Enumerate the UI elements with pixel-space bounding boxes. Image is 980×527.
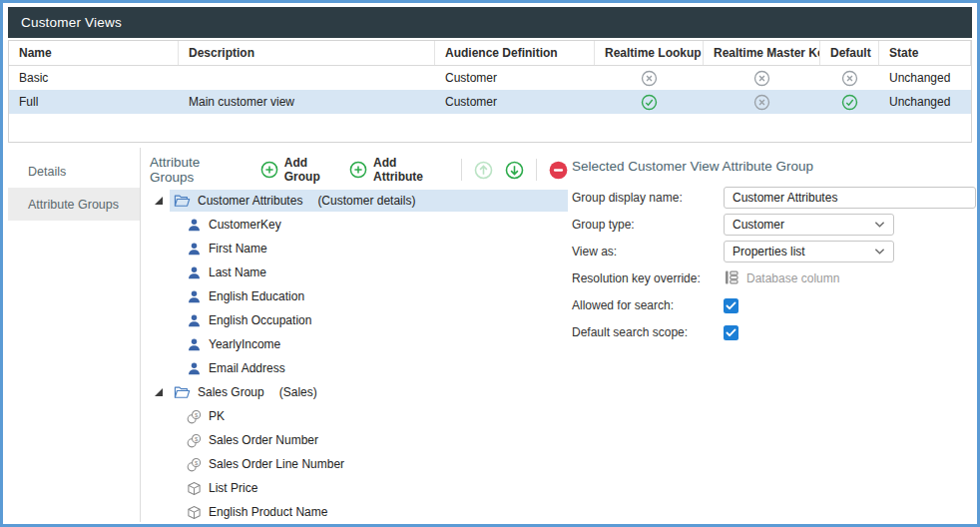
table-row-full[interactable]: Full Main customer view Customer Unchang…: [9, 90, 971, 114]
view-as-select[interactable]: Properties list: [724, 241, 894, 263]
group-display-name-input[interactable]: Customer Attributes: [724, 187, 976, 209]
tree-item-label: PK: [209, 409, 225, 423]
expand-triangle-icon[interactable]: [155, 197, 163, 205]
remove-button[interactable]: [549, 161, 568, 180]
customer-views-window: Customer Views Name Description Audience…: [0, 0, 980, 527]
cell-state: Unchanged: [879, 90, 971, 114]
sidebar-item-label: Details: [28, 165, 66, 179]
tree-item[interactable]: Last Name: [150, 261, 568, 284]
tree-item[interactable]: First Name: [150, 237, 568, 261]
move-up-button[interactable]: [474, 161, 493, 180]
column-header-default[interactable]: Default: [820, 41, 879, 65]
tree-group-customer-attributes[interactable]: Customer Attributes (Customer details): [150, 189, 568, 213]
cell-state: Unchanged: [879, 66, 971, 90]
circle-check-icon: [641, 94, 658, 111]
window-titlebar: Customer Views: [8, 7, 972, 38]
tree-item[interactable]: YearlyIncome: [150, 332, 568, 356]
tree-item-label: Email Address: [209, 361, 285, 375]
tree-item[interactable]: $ PK: [150, 404, 568, 428]
person-icon: [187, 313, 202, 328]
allowed-for-search-checkbox[interactable]: [724, 298, 738, 313]
tree-item-label: List Price: [209, 481, 257, 495]
cell-audience: Customer: [435, 66, 595, 90]
sidebar-item-label: Attribute Groups: [28, 198, 119, 212]
database-column-icon: [724, 269, 739, 288]
plus-circle-icon: [349, 161, 367, 179]
cell-description: [179, 66, 435, 90]
cell-audience: Customer: [435, 90, 595, 114]
sidebar-divider: [140, 148, 141, 522]
tree-item-label: Sales Order Line Number: [209, 457, 344, 471]
cell-name: Full: [9, 90, 179, 114]
column-header-realtime-master-key[interactable]: Realtime Master Key: [704, 41, 820, 65]
tree-item[interactable]: English Occupation: [150, 308, 568, 332]
column-header-audience-definition[interactable]: Audience Definition: [435, 41, 595, 65]
circle-x-icon: [753, 94, 770, 111]
page-title: Customer Views: [21, 15, 122, 30]
tree-item-label: Sales Order Number: [209, 433, 318, 447]
group-type-label: Group type:: [572, 218, 724, 232]
tree-group-label: Customer Attributes: [198, 194, 302, 208]
tree-item[interactable]: $ Sales Order Number: [150, 428, 568, 452]
column-header-state[interactable]: State: [879, 41, 971, 65]
tree-item[interactable]: Email Address: [150, 356, 568, 380]
cell-description: Main customer view: [179, 90, 435, 114]
tree-group-label: Sales Group: [198, 385, 264, 399]
tree-group-annotation: (Sales): [279, 385, 317, 399]
person-icon: [187, 242, 202, 257]
tree-item[interactable]: English Product Name: [150, 500, 568, 524]
person-icon: [187, 218, 202, 233]
move-down-button[interactable]: [505, 161, 524, 180]
default-search-scope-checkbox[interactable]: [724, 325, 738, 340]
add-attribute-label: Add Attribute: [373, 156, 431, 184]
add-group-button[interactable]: Add Group: [260, 156, 331, 184]
tree-item-label: YearlyIncome: [209, 337, 280, 351]
tree-item[interactable]: $ Sales Order Line Number: [150, 452, 568, 476]
column-header-name[interactable]: Name: [9, 41, 179, 65]
sidebar-item-attribute-groups[interactable]: Attribute Groups: [8, 188, 140, 221]
circle-x-icon: [641, 70, 658, 87]
tree-item[interactable]: CustomerKey: [150, 213, 568, 237]
table-row-basic[interactable]: Basic Customer Unchanged: [9, 66, 971, 90]
circle-check-icon: [841, 94, 858, 111]
chevron-down-icon: [874, 218, 885, 232]
add-group-label: Add Group: [284, 156, 331, 184]
resolution-key-override-label: Resolution key override:: [572, 271, 724, 285]
person-icon: [187, 337, 202, 352]
person-icon: [187, 361, 202, 376]
group-type-select[interactable]: Customer: [724, 214, 894, 236]
group-display-name-label: Group display name:: [572, 191, 724, 205]
tree-item[interactable]: List Price: [150, 476, 568, 500]
tree-item-label: English Occupation: [209, 313, 311, 327]
resolution-key-override-value[interactable]: Database column: [724, 269, 839, 288]
panel-title: Selected Customer View Attribute Group: [572, 159, 976, 179]
circle-x-icon: [753, 70, 770, 87]
customer-views-table: Name Description Audience Definition Rea…: [8, 40, 972, 143]
tree-group-sales-group[interactable]: Sales Group (Sales): [150, 380, 568, 404]
toolbar-separator: [536, 159, 537, 181]
tree-group-annotation: (Customer details): [317, 194, 415, 208]
attribute-groups-toolbar: Attribute Groups Add Group Add Attribute: [150, 155, 568, 185]
coins-icon: $: [187, 409, 202, 424]
add-attribute-button[interactable]: Add Attribute: [349, 156, 431, 184]
folder-icon: [174, 194, 191, 208]
sidebar-item-details[interactable]: Details: [8, 155, 140, 188]
default-search-scope-label: Default search scope:: [572, 325, 724, 339]
table-header-row: Name Description Audience Definition Rea…: [9, 41, 971, 66]
cube-icon: [187, 505, 202, 520]
allowed-for-search-label: Allowed for search:: [572, 298, 724, 312]
column-header-realtime-lookup[interactable]: Realtime Lookup: [595, 41, 704, 65]
coins-icon: $: [187, 433, 202, 448]
folder-icon: [174, 385, 191, 399]
expand-triangle-icon[interactable]: [155, 388, 163, 396]
chevron-down-icon: [874, 245, 885, 259]
cube-icon: [187, 481, 202, 496]
attribute-groups-panel: Attribute Groups Add Group Add Attribute: [150, 155, 568, 524]
column-header-description[interactable]: Description: [179, 41, 435, 65]
tree-item-label: English Product Name: [209, 505, 327, 519]
cell-name: Basic: [9, 66, 179, 90]
plus-circle-icon: [260, 161, 278, 179]
tree-item-label: CustomerKey: [209, 218, 281, 232]
tree-item[interactable]: English Education: [150, 284, 568, 308]
toolbar-separator: [461, 159, 462, 181]
